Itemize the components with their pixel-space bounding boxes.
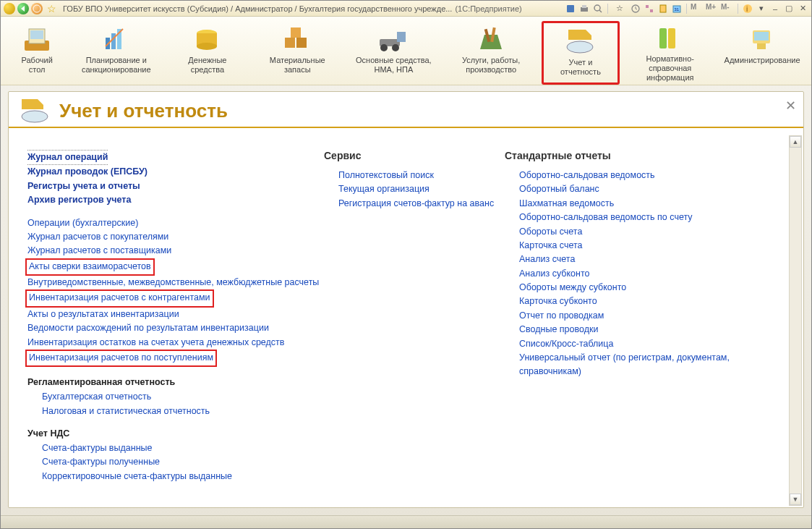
tool-planning[interactable]: Планирование и санкционирование [69, 21, 163, 85]
link-journal-ops[interactable]: Журнал операций [27, 150, 108, 165]
tool-assets[interactable]: Основные средства, НМА, НПА [346, 21, 441, 85]
nav-back-icon[interactable] [17, 3, 29, 14]
separator [686, 4, 687, 14]
link-registry[interactable]: Регистры учета и отчеты [27, 179, 324, 193]
tool-accounting[interactable]: Учет и отчетность [542, 21, 620, 85]
link-item[interactable]: Бухгалтерская отчетность [42, 390, 324, 404]
maximize-icon[interactable]: ▢ [783, 3, 795, 14]
link-item[interactable]: Карточка субконто [519, 295, 751, 308]
calculator-icon[interactable] [657, 3, 669, 14]
link-item[interactable]: Шахматная ведомость [519, 197, 751, 211]
link-journal-provodok[interactable]: Журнал проводок (ЕПСБУ) [27, 165, 324, 179]
calendar-icon[interactable]: 31 [671, 3, 683, 14]
column-service: Сервис Полнотекстовый поискТекущая орган… [324, 150, 505, 500]
svg-rect-25 [291, 27, 301, 38]
m-plus-button[interactable]: M+ [706, 3, 719, 14]
svg-rect-36 [754, 32, 769, 41]
link-item[interactable]: Обороты счета [519, 225, 751, 239]
tool-services[interactable]: Услуги, работы, производство [444, 21, 539, 85]
link-item[interactable]: Инвентаризация расчетов с контрагентами [29, 291, 210, 305]
svg-rect-18 [111, 33, 116, 49]
content-panel: ✕ Учет и отчетность Журнал операций Журн… [8, 91, 804, 508]
nav-forward-icon[interactable] [31, 3, 43, 14]
link-item[interactable]: Корректировочные счета-фактуры выданные [42, 470, 324, 483]
history-icon[interactable] [630, 3, 641, 14]
link-item[interactable]: Акты о результатах инвентаризации [27, 308, 324, 321]
tool-reference[interactable]: Нормативно-справочная информация [623, 21, 717, 85]
info-icon[interactable]: i [742, 3, 753, 14]
svg-point-38 [22, 111, 48, 122]
tool-label: Планирование и санкционирование [73, 56, 159, 75]
m-button[interactable]: M [691, 3, 704, 14]
link-item[interactable]: Внутриведомственные, межведомственные, м… [27, 276, 324, 289]
planning-icon [99, 24, 134, 54]
link-archive[interactable]: Архив регистров учета [27, 193, 324, 207]
link-item[interactable]: Журнал расчетов с покупателями [27, 230, 324, 244]
app-icon [4, 3, 15, 14]
link-item[interactable]: Налоговая и статистическая отчетность [42, 405, 324, 418]
admin-icon [745, 24, 779, 54]
scrollbar[interactable]: ▲ ▼ [789, 135, 802, 506]
link-item[interactable]: Инвентаризация расчетов по поступлениям [29, 351, 213, 365]
minimize-icon[interactable]: – [769, 3, 781, 14]
svg-point-22 [197, 43, 217, 50]
scroll-down-icon[interactable]: ▼ [790, 494, 801, 505]
dropdown-icon[interactable]: ▾ [756, 3, 767, 14]
statusbar [1, 515, 811, 528]
svg-point-0 [33, 5, 40, 12]
close-panel-icon[interactable]: ✕ [785, 98, 796, 114]
link-item[interactable]: Ведомости расхождений по результатам инв… [27, 321, 324, 335]
svg-text:i: i [746, 5, 748, 13]
links-icon[interactable] [644, 3, 655, 14]
link-item[interactable]: Счета-фактуры полученные [42, 455, 324, 469]
link-item[interactable]: Инвентаризация остатков на счетах учета … [27, 336, 324, 350]
tool-materials[interactable]: Материальные запасы [252, 21, 343, 85]
favorite-icon[interactable]: ☆ [47, 3, 56, 14]
svg-rect-24 [296, 38, 307, 48]
titlebar: ☆ ГОБУ ВПО Университет искусств (Субсиди… [1, 1, 811, 17]
svg-rect-3 [582, 5, 586, 8]
link-item[interactable]: Оборотно-сальдовая ведомость [519, 169, 751, 182]
tool-label: Нормативно-справочная информация [627, 54, 713, 83]
group-nds: Учет НДС [27, 428, 324, 439]
window-title: ГОБУ ВПО Университет искусств (Субсидия)… [63, 4, 452, 13]
link-item[interactable]: Операции (бухгалтерские) [27, 216, 324, 230]
tool-money[interactable]: Денежные средства [166, 21, 248, 85]
reference-icon [653, 24, 688, 53]
link-item[interactable]: Полнотекстовый поиск [338, 169, 505, 182]
tool-desktop[interactable]: Рабочий стол [8, 21, 66, 85]
svg-rect-23 [285, 38, 295, 48]
link-item[interactable]: Акты сверки взаиморасчетов [29, 260, 151, 274]
link-item[interactable]: Сводные проводки [519, 323, 751, 337]
link-item[interactable]: Анализ счета [519, 253, 751, 266]
page-icon [19, 98, 52, 124]
link-item[interactable]: Текущая организация [338, 182, 505, 196]
link-item[interactable]: Карточка счета [519, 239, 751, 253]
print-icon[interactable] [578, 3, 590, 14]
m-minus-button[interactable]: M- [721, 3, 734, 14]
link-item[interactable]: Журнал расчетов с поставщиками [27, 244, 324, 258]
tool-admin[interactable]: Администрирование [720, 21, 804, 85]
svg-rect-29 [397, 32, 406, 42]
separator [738, 4, 738, 14]
save-icon[interactable] [565, 3, 576, 14]
svg-point-27 [380, 44, 388, 51]
tool-label: Услуги, работы, производство [448, 56, 534, 75]
link-item[interactable]: Счета-фактуры выданные [42, 441, 324, 455]
star-icon[interactable]: ☆ [614, 3, 625, 14]
link-item[interactable]: Анализ субконто [519, 267, 751, 281]
close-window-icon[interactable]: ✕ [797, 3, 808, 14]
search-icon[interactable] [592, 3, 604, 14]
svg-line-5 [599, 10, 602, 12]
link-item[interactable]: Оборотно-сальдовая ведомость по счету [519, 211, 751, 224]
link-item[interactable]: Отчет по проводкам [519, 309, 751, 323]
app-name: (1С:Предприятие) [455, 4, 521, 13]
link-item[interactable]: Обороты между субконто [519, 281, 751, 295]
scroll-up-icon[interactable]: ▲ [790, 136, 801, 148]
tool-label: Материальные запасы [256, 56, 339, 75]
svg-rect-34 [668, 28, 675, 48]
link-item[interactable]: Универсальный отчет (по регистрам, докум… [519, 351, 751, 379]
link-item[interactable]: Регистрация счетов-фактур на аванс [338, 197, 505, 211]
link-item[interactable]: Список/Кросс-таблица [519, 337, 751, 351]
link-item[interactable]: Оборотный баланс [519, 182, 751, 196]
